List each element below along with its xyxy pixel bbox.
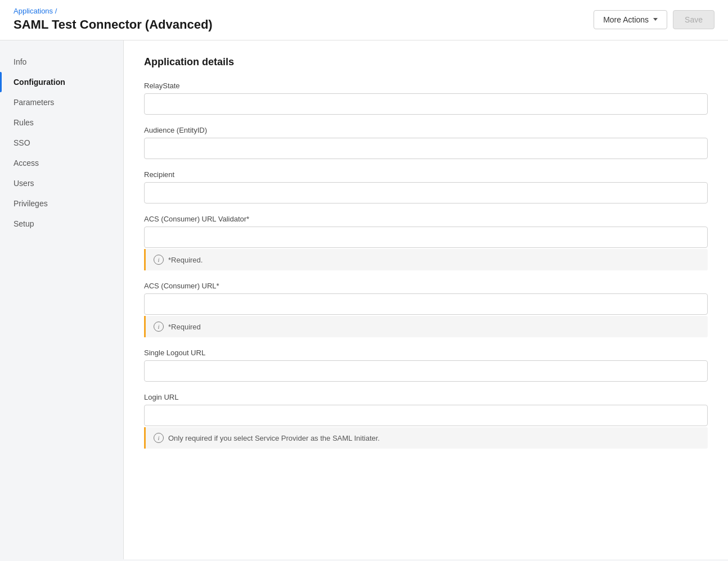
sidebar-item-privileges[interactable]: Privileges — [0, 193, 123, 214]
input-login-url[interactable] — [144, 405, 708, 426]
notice-text-login-url: Only required if you select Service Prov… — [168, 434, 380, 442]
sidebar-item-access[interactable]: Access — [0, 153, 123, 173]
input-acs-url[interactable] — [144, 293, 708, 315]
form-container: RelayStateAudience (EntityID)RecipientAC… — [144, 82, 708, 449]
notice-acs-url: i*Required — [144, 316, 708, 337]
input-audience-entity-id[interactable] — [144, 138, 708, 159]
label-relay-state: RelayState — [144, 82, 708, 90]
sidebar-item-parameters[interactable]: Parameters — [0, 92, 123, 112]
header-actions: More Actions Save — [594, 10, 714, 29]
sidebar-item-setup[interactable]: Setup — [0, 214, 123, 234]
breadcrumb[interactable]: Applications / — [14, 7, 213, 15]
label-recipient: Recipient — [144, 170, 708, 179]
notice-acs-url-validator: i*Required. — [144, 249, 708, 270]
label-single-logout-url: Single Logout URL — [144, 349, 708, 357]
save-button[interactable]: Save — [673, 10, 714, 29]
input-relay-state[interactable] — [144, 93, 708, 115]
notice-text-acs-url: *Required — [168, 323, 201, 331]
sidebar-item-rules[interactable]: Rules — [0, 112, 123, 133]
info-icon: i — [154, 322, 164, 332]
form-group-recipient: Recipient — [144, 170, 708, 203]
input-recipient[interactable] — [144, 182, 708, 203]
notice-login-url: iOnly required if you select Service Pro… — [144, 427, 708, 449]
header: Applications / SAML Test Connector (Adva… — [0, 0, 728, 40]
input-acs-url-validator[interactable] — [144, 227, 708, 248]
more-actions-label: More Actions — [603, 15, 649, 24]
sidebar-item-sso[interactable]: SSO — [0, 133, 123, 153]
label-acs-url: ACS (Consumer) URL* — [144, 282, 708, 290]
form-group-login-url: Login URLiOnly required if you select Se… — [144, 393, 708, 449]
main-layout: InfoConfigurationParametersRulesSSOAcces… — [0, 40, 728, 559]
chevron-down-icon — [653, 18, 658, 21]
label-login-url: Login URL — [144, 393, 708, 401]
sidebar-item-configuration[interactable]: Configuration — [0, 72, 123, 92]
more-actions-button[interactable]: More Actions — [594, 10, 667, 29]
info-icon: i — [154, 433, 164, 443]
section-title: Application details — [144, 56, 708, 68]
label-audience-entity-id: Audience (EntityID) — [144, 126, 708, 134]
form-group-relay-state: RelayState — [144, 82, 708, 115]
sidebar-item-info[interactable]: Info — [0, 52, 123, 72]
main-content: Application details RelayStateAudience (… — [124, 40, 728, 559]
form-group-audience-entity-id: Audience (EntityID) — [144, 126, 708, 159]
form-group-acs-url: ACS (Consumer) URL*i*Required — [144, 282, 708, 337]
sidebar-item-users[interactable]: Users — [0, 173, 123, 193]
label-acs-url-validator: ACS (Consumer) URL Validator* — [144, 215, 708, 223]
info-icon: i — [154, 255, 164, 265]
form-group-acs-url-validator: ACS (Consumer) URL Validator*i*Required. — [144, 215, 708, 270]
sidebar: InfoConfigurationParametersRulesSSOAcces… — [0, 40, 124, 559]
page-title: SAML Test Connector (Advanced) — [14, 17, 213, 32]
header-left: Applications / SAML Test Connector (Adva… — [14, 7, 213, 32]
input-single-logout-url[interactable] — [144, 360, 708, 382]
breadcrumb-link[interactable]: Applications / — [14, 7, 57, 15]
notice-text-acs-url-validator: *Required. — [168, 256, 203, 264]
form-group-single-logout-url: Single Logout URL — [144, 349, 708, 382]
